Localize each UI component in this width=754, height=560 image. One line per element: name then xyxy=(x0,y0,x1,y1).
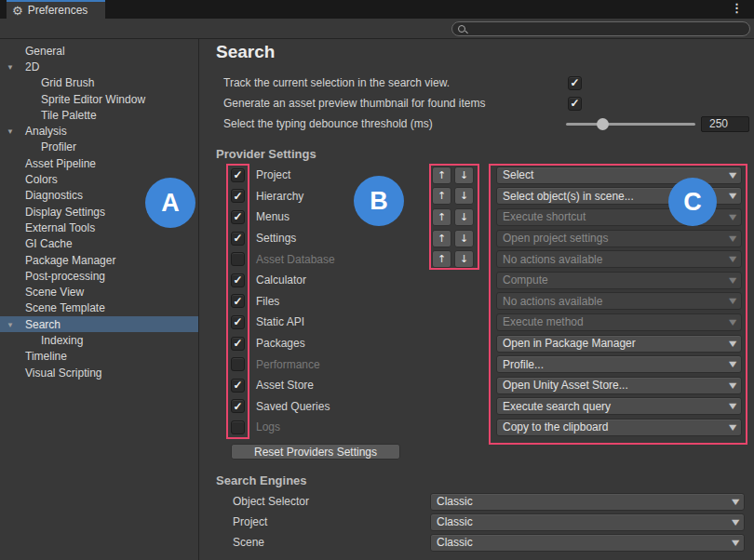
provider-checkbox-files[interactable]: ✓ xyxy=(231,294,245,308)
action-dropdown-logs[interactable]: Copy to the clipboard▼ xyxy=(496,419,742,436)
preferences-tab[interactable]: ⚙ Preferences xyxy=(7,0,105,19)
sidebar-item-2d[interactable]: ▼2D xyxy=(0,59,198,74)
action-dropdown-packages[interactable]: Open in Package Manager▼ xyxy=(496,335,742,353)
expander-triangle-icon[interactable]: ▼ xyxy=(7,62,14,71)
sidebar-item-label: GI Cache xyxy=(25,237,73,250)
search-field[interactable] xyxy=(451,21,750,36)
move-down-button[interactable]: ↓ xyxy=(454,230,474,247)
provider-checkbox-performance[interactable]: ✓ xyxy=(231,357,245,371)
sidebar-item-label: Post-processing xyxy=(25,270,105,283)
sidebar-item-profiler[interactable]: Profiler xyxy=(0,140,198,155)
provider-label: Saved Queries xyxy=(256,400,330,413)
sidebar-item-post-processing[interactable]: Post-processing xyxy=(0,268,198,284)
sidebar-item-timeline[interactable]: Timeline xyxy=(0,349,198,365)
sidebar-item-label: General xyxy=(25,45,65,58)
action-dropdown-static-api[interactable]: Execute method▼ xyxy=(496,313,742,331)
sidebar-item-label: Profiler xyxy=(41,140,76,153)
provider-checkbox-menus[interactable]: ✓ xyxy=(231,210,245,224)
move-down-button[interactable]: ↓ xyxy=(454,208,474,226)
checkmark-icon: ✓ xyxy=(233,338,242,349)
track-selection-checkbox[interactable]: ✓ xyxy=(568,76,582,90)
provider-checkbox-project[interactable]: ✓ xyxy=(231,168,245,182)
sidebar-item-grid-brush[interactable]: Grid Brush xyxy=(0,75,198,91)
action-dropdown-asset-store[interactable]: Open Unity Asset Store...▼ xyxy=(496,377,742,394)
provider-checkbox-asset-database[interactable]: ✓ xyxy=(231,252,245,266)
preferences-window: ⚙ Preferences ⋮ General ▼2D Grid Brush S… xyxy=(0,0,754,560)
provider-row: ✓Hierarchy xyxy=(200,186,335,207)
move-up-button[interactable]: ↑ xyxy=(432,167,451,184)
kebab-menu-icon[interactable]: ⋮ xyxy=(731,2,743,15)
sidebar-item-search[interactable]: ▼Search xyxy=(0,316,198,332)
provider-checkbox-asset-store[interactable]: ✓ xyxy=(231,379,245,393)
sidebar-item-asset-pipeline[interactable]: Asset Pipeline xyxy=(0,155,198,171)
provider-checkbox-packages[interactable]: ✓ xyxy=(231,337,245,351)
provider-checkbox-logs[interactable]: ✓ xyxy=(231,420,245,434)
dropdown-value: Execute method xyxy=(503,315,730,328)
search-input[interactable] xyxy=(469,23,739,34)
provider-label: Project xyxy=(256,168,290,181)
sidebar-item-label: Search xyxy=(25,318,61,331)
sidebar-item-scene-view[interactable]: Scene View xyxy=(0,284,198,300)
move-down-button[interactable]: ↓ xyxy=(454,250,474,268)
reorder-row: ↑↓ xyxy=(432,228,474,249)
checkmark-icon: ✓ xyxy=(233,191,242,202)
sidebar-item-scene-template[interactable]: Scene Template xyxy=(0,300,198,316)
provider-label: Packages xyxy=(256,337,305,350)
debounce-slider-thumb[interactable] xyxy=(597,118,609,130)
provider-checkbox-static-api[interactable]: ✓ xyxy=(231,315,245,329)
action-dropdown-saved-queries[interactable]: Execute search query▼ xyxy=(496,397,742,415)
provider-row: ✓Asset Database xyxy=(200,248,335,270)
dropdown-value: Classic xyxy=(437,515,733,528)
window-title: Preferences xyxy=(28,4,88,17)
checkmark-icon: ✓ xyxy=(233,380,242,391)
sidebar-item-analysis[interactable]: ▼Analysis xyxy=(0,123,198,139)
sidebar-item-label: Visual Scripting xyxy=(25,367,102,380)
engine-row: Scene Classic▼ xyxy=(200,532,754,553)
action-dropdown-calculator[interactable]: Compute▼ xyxy=(496,272,742,289)
provider-row: ✓Files xyxy=(200,291,335,313)
provider-checkbox-saved-queries[interactable]: ✓ xyxy=(231,399,245,413)
asset-preview-checkbox[interactable]: ✓ xyxy=(568,97,582,111)
expander-triangle-icon[interactable]: ▼ xyxy=(7,127,14,136)
action-dropdown-performance[interactable]: Profile...▼ xyxy=(496,355,742,373)
sidebar-item-gi-cache[interactable]: GI Cache xyxy=(0,236,198,252)
option-label: Track the current selection in the searc… xyxy=(223,76,450,89)
move-down-button[interactable]: ↓ xyxy=(454,167,474,184)
expander-triangle-icon[interactable]: ▼ xyxy=(7,320,14,328)
move-up-button[interactable]: ↑ xyxy=(432,230,451,247)
sidebar-item-visual-scripting[interactable]: Visual Scripting xyxy=(0,365,198,380)
scene-engine-dropdown[interactable]: Classic▼ xyxy=(430,534,745,552)
sidebar-item-indexing[interactable]: Indexing xyxy=(0,332,198,348)
action-dropdown-files[interactable]: No actions available▼ xyxy=(496,292,742,310)
object-selector-engine-dropdown[interactable]: Classic▼ xyxy=(430,493,745,511)
move-down-button[interactable]: ↓ xyxy=(454,187,474,205)
checkmark-icon: ✓ xyxy=(233,316,242,327)
provider-checkbox-settings[interactable]: ✓ xyxy=(231,232,245,246)
engine-row: Project Classic▼ xyxy=(200,512,754,532)
dropdown-value: Open in Package Manager xyxy=(503,337,730,350)
engine-row: Object Selector Classic▼ xyxy=(200,491,754,512)
option-label: Generate an asset preview thumbnail for … xyxy=(223,97,485,110)
sidebar-item-package-manager[interactable]: Package Manager xyxy=(0,252,198,268)
reset-providers-button[interactable]: Reset Providers Settings xyxy=(231,444,400,460)
move-up-button[interactable]: ↑ xyxy=(432,250,451,268)
action-dropdown-asset-database[interactable]: No actions available▼ xyxy=(496,250,742,268)
move-up-button[interactable]: ↑ xyxy=(432,187,451,205)
sidebar-item-general[interactable]: General xyxy=(0,43,198,59)
arrow-up-icon: ↑ xyxy=(438,191,446,201)
move-up-button[interactable]: ↑ xyxy=(432,208,451,226)
debounce-value-field[interactable]: 250 xyxy=(701,116,749,132)
sidebar-item-label: Sprite Editor Window xyxy=(41,93,145,106)
dropdown-value: Compute xyxy=(503,273,730,287)
sidebar-item-tile-palette[interactable]: Tile Palette xyxy=(0,107,198,123)
dropdown-arrow-icon: ▼ xyxy=(732,518,739,527)
provider-checkbox-hierarchy[interactable]: ✓ xyxy=(231,189,245,203)
sidebar-item-sprite-editor-window[interactable]: Sprite Editor Window xyxy=(0,91,198,107)
debounce-slider-track[interactable] xyxy=(566,123,695,126)
provider-label: Files xyxy=(256,295,279,308)
checkmark-icon: ✓ xyxy=(233,211,242,222)
provider-checkbox-calculator[interactable]: ✓ xyxy=(231,273,245,287)
action-dropdown-settings[interactable]: Open project settings▼ xyxy=(496,230,742,247)
project-engine-dropdown[interactable]: Classic▼ xyxy=(430,513,745,531)
dropdown-value: Profile... xyxy=(503,358,730,371)
